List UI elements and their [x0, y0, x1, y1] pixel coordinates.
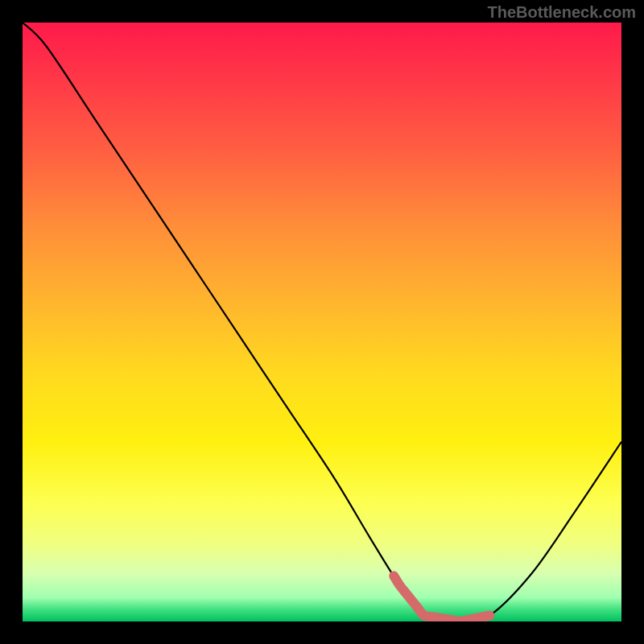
- chart-area: [23, 23, 621, 621]
- watermark-text: TheBottleneck.com: [488, 3, 636, 22]
- curve-svg: [23, 23, 621, 621]
- highlight-segment: [394, 576, 489, 621]
- bottleneck-curve: [23, 23, 621, 621]
